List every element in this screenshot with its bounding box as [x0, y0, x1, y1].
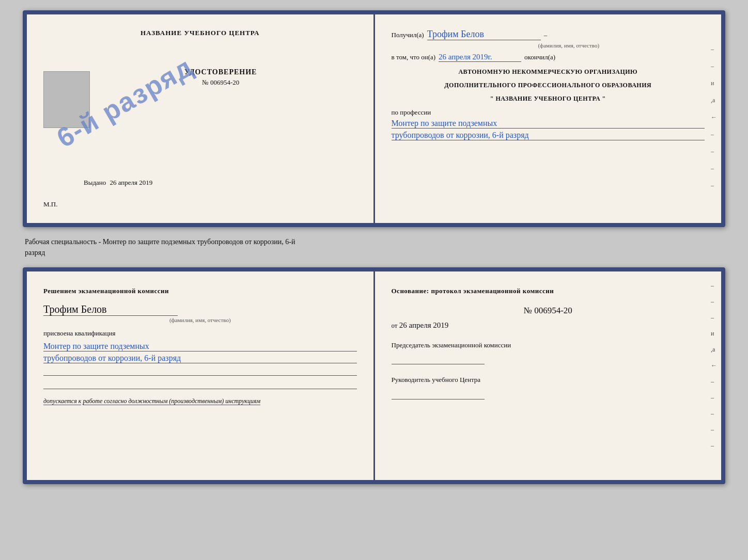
udost-block: УДОСТОВЕРЕНИЕ № 006954-20 [85, 68, 357, 87]
lower-date-row: от 26 апреля 2019 [392, 321, 705, 330]
qual-line1: Монтер по защите подземных [43, 342, 357, 351]
chairman-title: Председатель экзаменационной комиссии [392, 340, 705, 350]
lower-certificate-book: Решением экзаменационной комиссии Трофим… [23, 267, 725, 484]
middle-line2: разряд [25, 247, 725, 258]
recipient-name: Трофим Белов [427, 29, 541, 40]
chairman-sig-line [392, 354, 485, 364]
org-line2: ДОПОЛНИТЕЛЬНОГО ПРОФЕССИОНАЛЬНОГО ОБРАЗО… [392, 81, 705, 90]
lower-right-page: Основание: протокол экзаменационной коми… [375, 271, 722, 480]
head-title: Руководитель учебного Центра [392, 375, 705, 385]
cert-left-title: НАЗВАНИЕ УЧЕБНОГО ЦЕНТРА [43, 29, 357, 37]
profession-line1: Монтер по защите подземных [392, 119, 705, 129]
qual-line2: трубопроводов от коррозии, 6-й разряд [43, 354, 357, 363]
lower-left-page: Решением экзаменационной комиссии Трофим… [27, 271, 375, 480]
lower-number-hw: № 006954-20 [392, 306, 705, 316]
poluchil-row: Получил(a) Трофим Белов – [392, 29, 705, 40]
middle-text-block: Рабочая специальность - Монтер по защите… [23, 236, 725, 258]
right-side-deco-top: – – и ,а ← – – – – [711, 45, 717, 189]
lower-name-hw: Трофим Белов [43, 303, 178, 316]
middle-line1: Рабочая специальность - Монтер по защите… [25, 236, 725, 247]
po-professii: по профессии [392, 108, 705, 117]
vydano-block: Выдано 26 апреля 2019 [84, 179, 152, 187]
chairman-block: Председатель экзаменационной комиссии [392, 340, 705, 365]
osnov-label: Основание: протокол экзаменационной коми… [392, 286, 705, 296]
right-side-deco-lower: – – – и ,а ← – – – – – [711, 282, 717, 450]
допускается-label: допускается к [43, 397, 81, 405]
udost-number: № 006954-20 [85, 78, 357, 87]
cert-right-page: Получил(a) Трофим Белов – (фамилия, имя,… [375, 14, 722, 223]
vtom-row: в том, что он(a) 26 апреля 2019г. окончи… [392, 53, 705, 62]
dash1: – [544, 31, 548, 39]
cert-left-page: НАЗВАНИЕ УЧЕБНОГО ЦЕНТРА УДОСТОВЕРЕНИЕ №… [27, 14, 375, 223]
ot-label: от [392, 322, 398, 329]
udost-title: УДОСТОВЕРЕНИЕ [85, 68, 357, 76]
poluchil-label: Получил(a) [392, 31, 424, 39]
head-sig-line [392, 389, 485, 399]
assigned-label: присвоена квалификация [43, 329, 357, 338]
blank-line-1 [43, 365, 357, 376]
profession-line2: трубопроводов от коррозии, 6-й разряд [392, 131, 705, 140]
lower-number-block: № 006954-20 [392, 306, 705, 316]
blank-line-2 [43, 379, 357, 389]
top-certificate-book: НАЗВАНИЕ УЧЕБНОГО ЦЕНТРА УДОСТОВЕРЕНИЕ №… [23, 10, 725, 227]
vtom-label: в том, что он(a) [392, 53, 436, 61]
head-block: Руководитель учебного Центра [392, 375, 705, 399]
org-line1: АВТОНОМНУЮ НЕКОММЕРЧЕСКУЮ ОРГАНИЗАЦИЮ [392, 67, 705, 76]
org-line3: " НАЗВАНИЕ УЧЕБНОГО ЦЕНТРА " [392, 94, 705, 103]
mp-label: М.П. [43, 200, 57, 209]
photo-placeholder [43, 71, 90, 128]
vydano-label: Выдано [84, 179, 106, 186]
ot-date: 26 апреля 2019 [399, 321, 449, 329]
допускается-value: работе согласно должностным (производств… [83, 397, 260, 405]
lower-heading: Решением экзаменационной комиссии [43, 286, 357, 296]
fio-sub-top: (фамилия, имя, отчество) [433, 42, 705, 49]
допускается-block: допускается к работе согласно должностны… [43, 397, 357, 405]
lower-fio-sub: (фамилия, имя, отчество) [43, 317, 357, 323]
vydano-date: 26 апреля 2019 [110, 179, 153, 186]
okonchil-label: окончил(a) [524, 53, 555, 61]
vtom-date: 26 апреля 2019г. [439, 53, 521, 62]
